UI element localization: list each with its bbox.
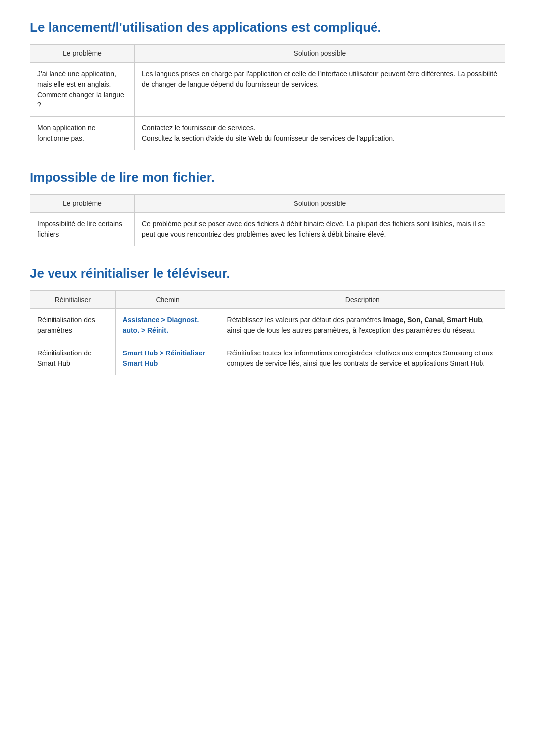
th-solution-1: Solution possible: [134, 45, 505, 63]
th-description: Description: [220, 291, 505, 309]
desc-cell-2: Réinitialise toutes les informations enr…: [220, 342, 505, 375]
table-row: J'ai lancé une application, mais elle es…: [30, 63, 505, 117]
table-applications: Le problème Solution possible J'ai lancé…: [30, 44, 505, 150]
table-row: Impossibilité de lire certains fichiers …: [30, 213, 505, 246]
chemin-link-2: Smart Hub > Réinitialiser Smart Hub: [123, 349, 205, 367]
th-solution-2: Solution possible: [134, 195, 505, 213]
desc-cell-1: Rétablissez les valeurs par défaut des p…: [220, 309, 505, 342]
solution-cell-2: Contactez le fournisseur de services. Co…: [134, 117, 505, 150]
section-title-reinitialiser: Je veux réinitialiser le téléviseur.: [30, 266, 505, 281]
problem-cell-1: J'ai lancé une application, mais elle es…: [30, 63, 135, 117]
section-title-fichier: Impossible de lire mon fichier.: [30, 170, 505, 185]
table-row: Réinitialisation des paramètres Assistan…: [30, 309, 505, 342]
table-row: Mon application ne fonctionne pas. Conta…: [30, 117, 505, 150]
section-applications: Le lancement/l'utilisation des applicati…: [30, 20, 505, 150]
reinit-cell-2: Réinitialisation de Smart Hub: [30, 342, 116, 375]
problem-cell-2: Mon application ne fonctionne pas.: [30, 117, 135, 150]
section-fichier: Impossible de lire mon fichier. Le probl…: [30, 170, 505, 246]
bold-params: Image, Son, Canal, Smart Hub: [383, 316, 482, 324]
th-problem-1: Le problème: [30, 45, 135, 63]
section-reinitialiser: Je veux réinitialiser le téléviseur. Réi…: [30, 266, 505, 375]
th-problem-2: Le problème: [30, 195, 135, 213]
table-row: Réinitialisation de Smart Hub Smart Hub …: [30, 342, 505, 375]
section-title-applications: Le lancement/l'utilisation des applicati…: [30, 20, 505, 35]
problem-cell-3: Impossibilité de lire certains fichiers: [30, 213, 135, 246]
table-reinitialiser: Réinitialiser Chemin Description Réiniti…: [30, 290, 505, 375]
chemin-cell-1: Assistance > Diagnost. auto. > Réinit.: [115, 309, 220, 342]
solution-cell-3: Ce problème peut se poser avec des fichi…: [134, 213, 505, 246]
reinit-cell-1: Réinitialisation des paramètres: [30, 309, 116, 342]
chemin-link-1: Assistance > Diagnost. auto. > Réinit.: [123, 316, 199, 334]
th-chemin: Chemin: [115, 291, 220, 309]
chemin-cell-2: Smart Hub > Réinitialiser Smart Hub: [115, 342, 220, 375]
solution-cell-1: Les langues prises en charge par l'appli…: [134, 63, 505, 117]
th-reinit: Réinitialiser: [30, 291, 116, 309]
table-fichier: Le problème Solution possible Impossibil…: [30, 194, 505, 246]
